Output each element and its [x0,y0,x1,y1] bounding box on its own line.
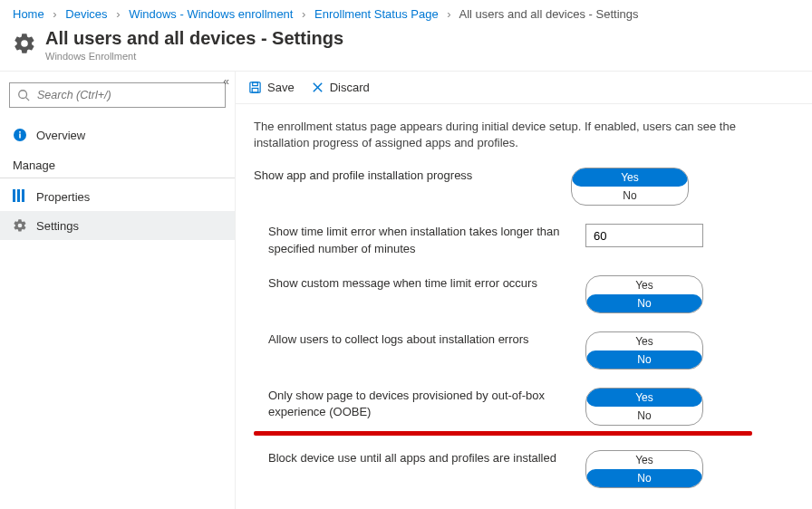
setting-block-use: Block device use until all apps and prof… [254,450,794,488]
toggle-option-no[interactable]: No [586,294,702,312]
setting-label: Show time limit error when installation … [268,224,585,256]
toggle-show-progress[interactable]: Yes No [571,168,689,206]
sidebar-item-properties[interactable]: Properties [0,182,235,211]
setting-custom-message: Show custom message when time limit erro… [254,275,794,313]
setting-time-limit: Show time limit error when installation … [254,224,794,256]
toggle-option-yes[interactable]: Yes [572,168,688,187]
toggle-oobe-only[interactable]: Yes No [585,388,703,426]
setting-collect-logs: Allow users to collect logs about instal… [254,331,794,370]
sidebar-item-overview[interactable]: Overview [0,120,235,149]
search-icon [17,89,30,101]
page-header: All users and all devices - Settings Win… [0,24,812,71]
toggle-option-yes[interactable]: Yes [586,451,702,469]
sidebar-item-label: Settings [36,219,79,233]
svg-rect-5 [250,82,260,92]
gear-icon [13,32,36,55]
save-label: Save [267,81,295,94]
chevron-right-icon: › [53,7,56,21]
save-icon [248,81,262,94]
toggle-block-use[interactable]: Yes No [585,450,703,488]
chevron-right-icon: › [116,7,120,21]
toggle-option-yes[interactable]: Yes [586,276,702,294]
time-limit-input[interactable] [585,224,703,247]
highlight-annotation [254,431,752,436]
svg-rect-7 [252,88,258,92]
properties-icon [13,189,27,204]
gear-icon [13,218,27,233]
setting-label: Block device use until all apps and prof… [268,450,585,466]
breadcrumb: Home › Devices › Windows - Windows enrol… [0,0,812,24]
svg-rect-3 [19,134,21,139]
setting-oobe-only: Only show page to devices provisioned by… [254,388,794,426]
svg-rect-6 [253,82,258,86]
svg-line-1 [26,98,30,101]
breadcrumb-link-devices[interactable]: Devices [65,7,107,21]
search-input[interactable] [35,88,218,102]
command-bar: Save Discard [236,72,812,104]
toggle-collect-logs[interactable]: Yes No [585,331,703,370]
sidebar-item-label: Properties [36,190,90,204]
toggle-option-no[interactable]: No [586,407,702,425]
setting-label: Show custom message when time limit erro… [268,275,585,292]
info-icon [13,128,27,142]
sidebar-item-settings[interactable]: Settings [0,211,235,240]
toggle-option-yes[interactable]: Yes [586,389,702,407]
discard-button[interactable]: Discard [311,81,370,94]
save-button[interactable]: Save [248,81,295,94]
svg-rect-4 [19,131,21,133]
search-input-wrapper[interactable] [9,82,226,108]
breadcrumb-link-esp[interactable]: Enrollment Status Page [314,7,439,21]
breadcrumb-link-windows-enrollment[interactable]: Windows - Windows enrollment [129,7,293,21]
toggle-option-no[interactable]: No [572,187,688,205]
toggle-custom-message[interactable]: Yes No [585,275,703,313]
setting-show-progress: Show app and profile installation progre… [254,168,794,206]
close-icon [311,81,324,94]
sidebar-item-label: Overview [36,129,85,142]
toggle-option-no[interactable]: No [586,469,702,487]
setting-label: Only show page to devices provisioned by… [268,388,585,420]
discard-label: Discard [330,81,370,94]
chevron-right-icon: › [302,7,305,21]
svg-point-0 [19,91,27,99]
page-subtitle: Windows Enrollment [45,51,343,62]
breadcrumb-link-home[interactable]: Home [13,7,44,21]
toggle-option-no[interactable]: No [586,351,702,369]
sidebar-section-manage: Manage [0,149,235,178]
page-title: All users and all devices - Settings [45,28,343,49]
setting-label: Allow users to collect logs about instal… [268,331,585,348]
intro-text: The enrollment status page appears durin… [254,119,761,151]
collapse-sidebar-button[interactable]: « [223,75,229,88]
breadcrumb-current: All users and all devices - Settings [459,7,639,21]
toggle-option-yes[interactable]: Yes [586,332,702,351]
chevron-right-icon: › [447,7,450,21]
setting-label: Show app and profile installation progre… [254,168,571,184]
sidebar: « Overview Manage Properties Settings [0,72,236,509]
